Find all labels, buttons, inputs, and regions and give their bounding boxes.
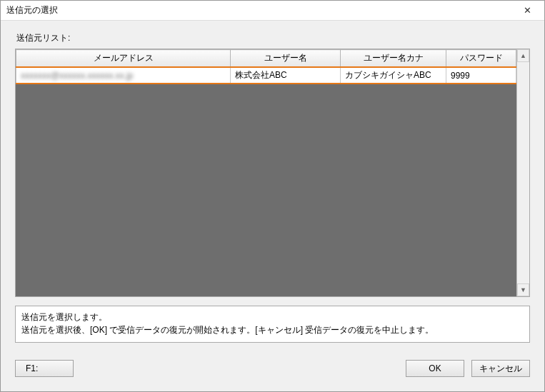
cell-email: xxxxxxx@xxxxxx.xxxxxx.xx.jp [16, 67, 231, 84]
f1-button[interactable]: F1: [15, 360, 74, 377]
dialog-content: 送信元リスト: メールアドレス ユーザー名 ユーザー名カナ パスワード [1, 21, 544, 391]
table-row[interactable]: xxxxxxx@xxxxxx.xxxxxx.xx.jp 株式会社ABC カブシキ… [16, 67, 516, 84]
window-title: 送信元の選択 [6, 4, 514, 16]
sender-grid-container: メールアドレス ユーザー名 ユーザー名カナ パスワード xxxxxxx@xxxx… [15, 49, 530, 297]
cell-user-name: 株式会社ABC [231, 67, 341, 84]
scroll-down-icon[interactable]: ▼ [517, 283, 529, 296]
cell-user-name-kana: カブシキガイシャABC [341, 67, 446, 84]
scroll-up-icon[interactable]: ▲ [517, 49, 529, 62]
ok-button[interactable]: OK [406, 360, 464, 377]
info-line-2: 送信元を選択後、[OK] で受信データの復元が開始されます。[キャンセル] 受信… [21, 323, 524, 336]
close-icon[interactable]: ✕ [514, 1, 540, 20]
scroll-track[interactable] [517, 62, 529, 283]
info-box: 送信元を選択します。 送信元を選択後、[OK] で受信データの復元が開始されます… [15, 306, 530, 343]
info-line-1: 送信元を選択します。 [21, 311, 524, 323]
vertical-scrollbar[interactable]: ▲ ▼ [516, 49, 529, 296]
cell-password: 9999 [446, 67, 516, 84]
col-password[interactable]: パスワード [446, 50, 516, 68]
col-user-name-kana[interactable]: ユーザー名カナ [341, 50, 446, 68]
col-user-name[interactable]: ユーザー名 [231, 50, 341, 68]
list-label: 送信元リスト: [16, 32, 530, 44]
titlebar: 送信元の選択 ✕ [1, 1, 544, 21]
grid-header-row: メールアドレス ユーザー名 ユーザー名カナ パスワード [16, 50, 516, 68]
dialog-footer: F1: OK キャンセル [15, 360, 530, 377]
sender-grid[interactable]: メールアドレス ユーザー名 ユーザー名カナ パスワード xxxxxxx@xxxx… [16, 49, 516, 296]
col-email[interactable]: メールアドレス [16, 50, 231, 68]
cancel-button[interactable]: キャンセル [471, 360, 530, 377]
